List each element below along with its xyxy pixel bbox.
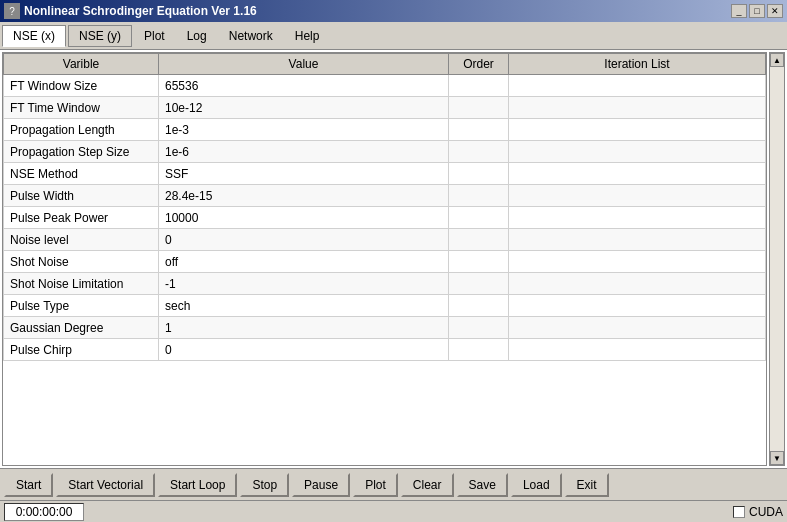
cell-value[interactable]: -1 — [159, 273, 449, 295]
cell-iteration — [509, 97, 766, 119]
cell-value[interactable]: 1 — [159, 317, 449, 339]
cell-iteration — [509, 229, 766, 251]
col-header-iteration: Iteration List — [509, 54, 766, 75]
cell-value[interactable]: SSF — [159, 163, 449, 185]
cell-order — [449, 141, 509, 163]
col-header-variable: Varible — [4, 54, 159, 75]
cell-order — [449, 119, 509, 141]
cell-variable: Propagation Length — [4, 119, 159, 141]
scroll-down-arrow[interactable]: ▼ — [770, 451, 784, 465]
tab-nse-x[interactable]: NSE (x) — [2, 25, 66, 47]
pause-button[interactable]: Pause — [292, 473, 350, 497]
tab-nse-y[interactable]: NSE (y) — [68, 25, 132, 47]
save-button[interactable]: Save — [457, 473, 508, 497]
cuda-label: CUDA — [749, 505, 783, 519]
tab-log[interactable]: Log — [177, 25, 217, 47]
table-row: Propagation Step Size1e-6 — [4, 141, 766, 163]
table-row: Pulse Typesech — [4, 295, 766, 317]
cell-iteration — [509, 273, 766, 295]
cell-value[interactable]: 1e-6 — [159, 141, 449, 163]
tab-plot[interactable]: Plot — [134, 25, 175, 47]
maximize-button[interactable]: □ — [749, 4, 765, 18]
close-button[interactable]: ✕ — [767, 4, 783, 18]
cell-variable: Propagation Step Size — [4, 141, 159, 163]
cell-iteration — [509, 339, 766, 361]
scroll-track[interactable] — [770, 67, 784, 451]
cell-variable: Pulse Peak Power — [4, 207, 159, 229]
cell-iteration — [509, 295, 766, 317]
cell-value[interactable]: 65536 — [159, 75, 449, 97]
col-header-order: Order — [449, 54, 509, 75]
cell-variable: Shot Noise Limitation — [4, 273, 159, 295]
plot-button[interactable]: Plot — [353, 473, 398, 497]
cell-iteration — [509, 185, 766, 207]
start-button[interactable]: Start — [4, 473, 53, 497]
start-loop-button[interactable]: Start Loop — [158, 473, 237, 497]
cell-value[interactable]: 10000 — [159, 207, 449, 229]
table-row: Pulse Chirp0 — [4, 339, 766, 361]
minimize-button[interactable]: _ — [731, 4, 747, 18]
cell-iteration — [509, 141, 766, 163]
cell-value[interactable]: sech — [159, 295, 449, 317]
cell-iteration — [509, 317, 766, 339]
cell-variable: Noise level — [4, 229, 159, 251]
cell-order — [449, 163, 509, 185]
time-display: 0:00:00:00 — [4, 503, 84, 521]
cuda-checkbox[interactable] — [733, 506, 745, 518]
cell-iteration — [509, 119, 766, 141]
start-vectorial-button[interactable]: Start Vectorial — [56, 473, 155, 497]
cell-variable: Gaussian Degree — [4, 317, 159, 339]
cell-value[interactable]: 10e-12 — [159, 97, 449, 119]
scroll-up-arrow[interactable]: ▲ — [770, 53, 784, 67]
table-row: Propagation Length1e-3 — [4, 119, 766, 141]
cell-value[interactable]: 0 — [159, 229, 449, 251]
title-bar-controls: _ □ ✕ — [731, 4, 783, 18]
cell-variable: Shot Noise — [4, 251, 159, 273]
title-bar: ? Nonlinear Schrodinger Equation Ver 1.1… — [0, 0, 787, 22]
cell-iteration — [509, 207, 766, 229]
app-icon: ? — [4, 3, 20, 19]
cell-iteration — [509, 163, 766, 185]
data-table: Varible Value Order Iteration List FT Wi… — [3, 53, 766, 361]
cell-value[interactable]: 0 — [159, 339, 449, 361]
cell-value[interactable]: 1e-3 — [159, 119, 449, 141]
cell-order — [449, 185, 509, 207]
table-row: Shot Noise Limitation-1 — [4, 273, 766, 295]
cell-variable: NSE Method — [4, 163, 159, 185]
cell-order — [449, 229, 509, 251]
cell-variable: FT Time Window — [4, 97, 159, 119]
window-title: Nonlinear Schrodinger Equation Ver 1.16 — [24, 4, 257, 18]
cell-value[interactable]: 28.4e-15 — [159, 185, 449, 207]
cell-order — [449, 97, 509, 119]
cell-order — [449, 295, 509, 317]
cell-variable: Pulse Type — [4, 295, 159, 317]
tab-help[interactable]: Help — [285, 25, 330, 47]
cell-order — [449, 317, 509, 339]
cell-iteration — [509, 75, 766, 97]
cell-variable: Pulse Width — [4, 185, 159, 207]
main-content: Varible Value Order Iteration List FT Wi… — [0, 50, 787, 468]
cell-order — [449, 273, 509, 295]
table-row: Noise level0 — [4, 229, 766, 251]
tab-network[interactable]: Network — [219, 25, 283, 47]
clear-button[interactable]: Clear — [401, 473, 454, 497]
stop-button[interactable]: Stop — [240, 473, 289, 497]
table-row: NSE MethodSSF — [4, 163, 766, 185]
table-row: Shot Noiseoff — [4, 251, 766, 273]
cell-value[interactable]: off — [159, 251, 449, 273]
exit-button[interactable]: Exit — [565, 473, 609, 497]
cell-variable: FT Window Size — [4, 75, 159, 97]
cuda-option: CUDA — [733, 505, 783, 519]
cell-variable: Pulse Chirp — [4, 339, 159, 361]
title-bar-left: ? Nonlinear Schrodinger Equation Ver 1.1… — [4, 3, 257, 19]
load-button[interactable]: Load — [511, 473, 562, 497]
cell-order — [449, 75, 509, 97]
cell-order — [449, 207, 509, 229]
data-table-area: Varible Value Order Iteration List FT Wi… — [2, 52, 767, 466]
cell-order — [449, 251, 509, 273]
cell-iteration — [509, 251, 766, 273]
scrollbar[interactable]: ▲ ▼ — [769, 52, 785, 466]
table-row: Pulse Peak Power10000 — [4, 207, 766, 229]
button-bar: Start Start Vectorial Start Loop Stop Pa… — [0, 468, 787, 500]
status-bar: 0:00:00:00 CUDA — [0, 500, 787, 522]
